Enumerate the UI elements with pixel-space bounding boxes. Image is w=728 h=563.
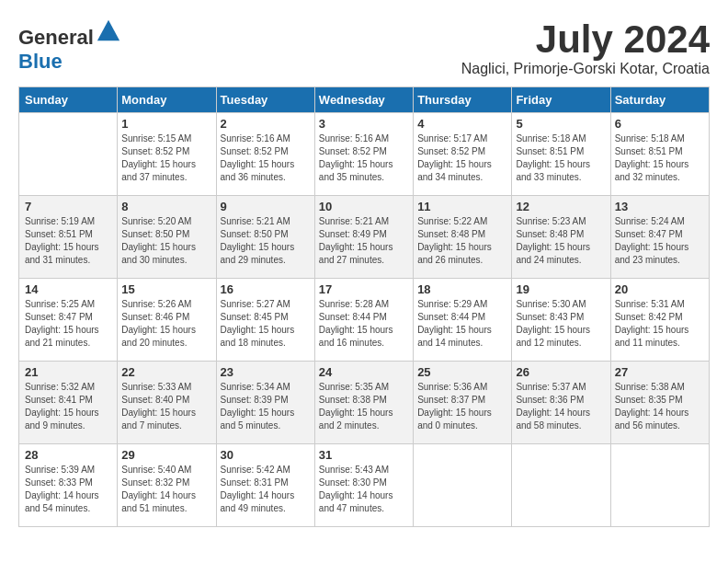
day-number: 11 [417, 200, 507, 213]
calendar-header-tuesday: Tuesday [216, 87, 314, 113]
day-info: Sunrise: 5:32 AM Sunset: 8:41 PM Dayligh… [25, 381, 113, 432]
calendar-cell: 15Sunrise: 5:26 AM Sunset: 8:46 PM Dayli… [118, 279, 216, 362]
day-number: 2 [221, 117, 311, 131]
calendar-cell: 19Sunrise: 5:30 AM Sunset: 8:43 PM Dayli… [512, 279, 610, 362]
day-number: 26 [516, 365, 606, 379]
calendar-cell: 20Sunrise: 5:31 AM Sunset: 8:42 PM Dayli… [610, 279, 709, 362]
logo-icon [96, 18, 121, 44]
day-number: 30 [221, 448, 311, 462]
calendar-header-thursday: Thursday [414, 87, 512, 113]
calendar-cell: 22Sunrise: 5:33 AM Sunset: 8:40 PM Dayli… [118, 362, 216, 444]
day-number: 17 [319, 282, 409, 296]
calendar-cell: 18Sunrise: 5:29 AM Sunset: 8:44 PM Dayli… [414, 279, 512, 362]
location-subtitle: Naglici, Primorje-Gorski Kotar, Croatia [461, 61, 710, 77]
day-number: 19 [516, 282, 606, 296]
calendar-cell [610, 444, 709, 527]
day-info: Sunrise: 5:43 AM Sunset: 8:30 PM Dayligh… [319, 464, 409, 515]
calendar-cell: 30Sunrise: 5:42 AM Sunset: 8:31 PM Dayli… [216, 444, 314, 527]
calendar-week-row: 7Sunrise: 5:19 AM Sunset: 8:51 PM Daylig… [19, 196, 710, 279]
calendar-cell [19, 113, 118, 196]
calendar-table: SundayMondayTuesdayWednesdayThursdayFrid… [18, 86, 710, 527]
day-number: 20 [615, 282, 705, 296]
calendar-cell: 25Sunrise: 5:36 AM Sunset: 8:37 PM Dayli… [414, 362, 512, 444]
day-number: 3 [319, 117, 409, 131]
day-info: Sunrise: 5:28 AM Sunset: 8:44 PM Dayligh… [319, 298, 409, 350]
calendar-week-row: 21Sunrise: 5:32 AM Sunset: 8:41 PM Dayli… [19, 362, 710, 444]
calendar-header-monday: Monday [118, 87, 216, 113]
day-number: 8 [121, 200, 211, 213]
day-info: Sunrise: 5:22 AM Sunset: 8:48 PM Dayligh… [417, 215, 507, 267]
calendar-cell: 23Sunrise: 5:34 AM Sunset: 8:39 PM Dayli… [216, 362, 314, 444]
calendar-week-row: 1Sunrise: 5:15 AM Sunset: 8:52 PM Daylig… [19, 113, 710, 196]
calendar-cell: 11Sunrise: 5:22 AM Sunset: 8:48 PM Dayli… [414, 196, 512, 279]
day-number: 4 [417, 117, 507, 131]
day-info: Sunrise: 5:19 AM Sunset: 8:51 PM Dayligh… [25, 215, 113, 267]
day-info: Sunrise: 5:33 AM Sunset: 8:40 PM Dayligh… [121, 381, 211, 432]
calendar-header-saturday: Saturday [610, 87, 709, 113]
calendar-cell: 9Sunrise: 5:21 AM Sunset: 8:50 PM Daylig… [216, 196, 314, 279]
day-number: 16 [221, 282, 311, 296]
calendar-cell [414, 444, 512, 527]
calendar-cell: 31Sunrise: 5:43 AM Sunset: 8:30 PM Dayli… [314, 444, 413, 527]
day-number: 9 [221, 200, 311, 213]
day-number: 22 [121, 365, 211, 379]
day-info: Sunrise: 5:23 AM Sunset: 8:48 PM Dayligh… [516, 215, 606, 267]
day-number: 12 [516, 200, 606, 213]
calendar-body: 1Sunrise: 5:15 AM Sunset: 8:52 PM Daylig… [19, 113, 710, 527]
calendar-cell: 4Sunrise: 5:17 AM Sunset: 8:52 PM Daylig… [414, 113, 512, 196]
day-info: Sunrise: 5:20 AM Sunset: 8:50 PM Dayligh… [121, 215, 211, 267]
day-info: Sunrise: 5:17 AM Sunset: 8:52 PM Dayligh… [417, 132, 507, 184]
day-number: 27 [615, 365, 705, 379]
day-number: 29 [121, 448, 211, 462]
day-info: Sunrise: 5:34 AM Sunset: 8:39 PM Dayligh… [221, 381, 311, 432]
calendar-cell: 16Sunrise: 5:27 AM Sunset: 8:45 PM Dayli… [216, 279, 314, 362]
calendar-header-row: SundayMondayTuesdayWednesdayThursdayFrid… [19, 87, 710, 113]
day-info: Sunrise: 5:25 AM Sunset: 8:47 PM Dayligh… [25, 298, 113, 350]
calendar-cell: 2Sunrise: 5:16 AM Sunset: 8:52 PM Daylig… [216, 113, 314, 196]
calendar-cell: 24Sunrise: 5:35 AM Sunset: 8:38 PM Dayli… [314, 362, 413, 444]
day-number: 15 [121, 282, 211, 296]
calendar-week-row: 14Sunrise: 5:25 AM Sunset: 8:47 PM Dayli… [19, 279, 710, 362]
calendar-cell: 26Sunrise: 5:37 AM Sunset: 8:36 PM Dayli… [512, 362, 610, 444]
calendar-cell: 17Sunrise: 5:28 AM Sunset: 8:44 PM Dayli… [314, 279, 413, 362]
day-info: Sunrise: 5:24 AM Sunset: 8:47 PM Dayligh… [615, 215, 705, 267]
day-info: Sunrise: 5:39 AM Sunset: 8:33 PM Dayligh… [25, 464, 113, 515]
day-number: 14 [25, 282, 113, 296]
day-number: 5 [516, 117, 606, 131]
calendar-header-wednesday: Wednesday [314, 87, 413, 113]
calendar-header-friday: Friday [512, 87, 610, 113]
day-number: 24 [319, 365, 409, 379]
day-number: 31 [319, 448, 409, 462]
calendar-cell: 27Sunrise: 5:38 AM Sunset: 8:35 PM Dayli… [610, 362, 709, 444]
day-number: 28 [25, 448, 113, 462]
page-header: General Blue July 2024 Naglici, Primorje… [18, 18, 710, 77]
day-number: 6 [615, 117, 705, 131]
calendar-week-row: 28Sunrise: 5:39 AM Sunset: 8:33 PM Dayli… [19, 444, 710, 527]
day-info: Sunrise: 5:42 AM Sunset: 8:31 PM Dayligh… [221, 464, 311, 515]
day-number: 21 [25, 365, 113, 379]
calendar-cell: 21Sunrise: 5:32 AM Sunset: 8:41 PM Dayli… [19, 362, 118, 444]
day-number: 13 [615, 200, 705, 213]
day-number: 10 [319, 200, 409, 213]
svg-marker-0 [97, 20, 119, 40]
day-number: 18 [417, 282, 507, 296]
day-number: 25 [417, 365, 507, 379]
logo: General Blue [18, 18, 121, 74]
calendar-cell: 5Sunrise: 5:18 AM Sunset: 8:51 PM Daylig… [512, 113, 610, 196]
day-info: Sunrise: 5:16 AM Sunset: 8:52 PM Dayligh… [221, 132, 311, 184]
logo-blue: Blue [18, 50, 63, 73]
calendar-cell: 29Sunrise: 5:40 AM Sunset: 8:32 PM Dayli… [118, 444, 216, 527]
day-info: Sunrise: 5:15 AM Sunset: 8:52 PM Dayligh… [121, 132, 211, 184]
day-info: Sunrise: 5:29 AM Sunset: 8:44 PM Dayligh… [417, 298, 507, 350]
day-info: Sunrise: 5:18 AM Sunset: 8:51 PM Dayligh… [615, 132, 705, 184]
calendar-cell [512, 444, 610, 527]
calendar-cell: 12Sunrise: 5:23 AM Sunset: 8:48 PM Dayli… [512, 196, 610, 279]
calendar-cell: 28Sunrise: 5:39 AM Sunset: 8:33 PM Dayli… [19, 444, 118, 527]
day-number: 7 [25, 200, 113, 213]
day-info: Sunrise: 5:31 AM Sunset: 8:42 PM Dayligh… [615, 298, 705, 350]
day-info: Sunrise: 5:38 AM Sunset: 8:35 PM Dayligh… [615, 381, 705, 432]
calendar-cell: 1Sunrise: 5:15 AM Sunset: 8:52 PM Daylig… [118, 113, 216, 196]
day-info: Sunrise: 5:21 AM Sunset: 8:50 PM Dayligh… [221, 215, 311, 267]
day-info: Sunrise: 5:37 AM Sunset: 8:36 PM Dayligh… [516, 381, 606, 432]
logo-general: General [18, 26, 94, 49]
